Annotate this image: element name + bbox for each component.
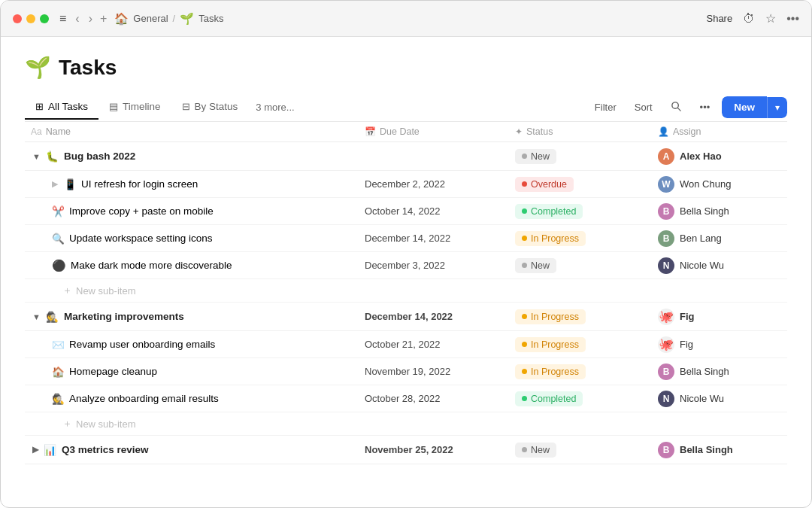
status-dot (522, 208, 527, 214)
status-icon: ✦ (515, 126, 523, 137)
group-label-bug-bash: Bug bash 2022 (64, 151, 135, 162)
task-table: Aa Name 📅 Due Date ✦ Status 👤 Assign ▼ 🐛… (25, 122, 787, 464)
new-tab-button[interactable]: + (100, 12, 107, 26)
row-due-dark-mode: December 3, 2022 (359, 260, 509, 271)
group-label-marketing: Marketing improvements (64, 311, 184, 322)
row-due-ui-refresh: December 2, 2022 (359, 178, 509, 190)
status-dot (522, 396, 527, 401)
star-icon[interactable]: ☆ (765, 11, 776, 26)
status-badge-marketing: In Progress (515, 309, 586, 324)
tab-timeline[interactable]: ▤ Timeline (98, 95, 171, 120)
group-label-q3-metrics: Q3 metrics review (62, 444, 149, 455)
share-button[interactable]: Share (706, 13, 732, 24)
assignee-name-won: Won Chung (680, 178, 731, 190)
fullscreen-button[interactable] (40, 14, 49, 23)
row-status-analyze-onboarding: Completed (509, 391, 652, 406)
status-badge-bug-bash: New (515, 149, 556, 164)
status-badge: In Progress (515, 337, 586, 352)
expand-icon[interactable]: ▶ (52, 179, 58, 189)
avatar-won: W (658, 176, 674, 193)
row-status-ui-refresh: Overdue (509, 177, 652, 192)
group-status-marketing: In Progress (509, 309, 652, 324)
page-title: Tasks (59, 56, 117, 80)
group-row-bug-bash[interactable]: ▼ 🐛 Bug bash 2022 New A Alex Hao (25, 142, 787, 171)
new-caret-button[interactable]: ▾ (767, 97, 787, 118)
new-sub-item-bug-bash[interactable]: ＋ New sub-item (25, 279, 787, 303)
row-name-analyze-onboarding: 🕵️ Analyze onboarding email results (25, 393, 359, 405)
page-content: 🌱 Tasks ⊞ All Tasks ▤ Timeline ⊟ By Stat… (1, 37, 811, 464)
tabs-actions: Filter Sort ••• New ▾ (589, 93, 787, 121)
table-row[interactable]: 🏠 Homepage cleanup November 19, 2022 In … (25, 358, 787, 385)
hamburger-icon[interactable]: ≡ (59, 12, 66, 26)
tab-all-tasks[interactable]: ⊞ All Tasks (25, 95, 98, 120)
breadcrumb: 🏠 General / 🌱 Tasks (114, 12, 223, 26)
group-icon-marketing: 🕵️ (46, 311, 59, 323)
page-icon: 🌱 (180, 12, 194, 26)
close-button[interactable] (13, 14, 22, 23)
table-row[interactable]: 🔍 Update workspace setting icons Decembe… (25, 225, 787, 252)
plus-icon: ＋ (62, 284, 72, 297)
tab-by-status[interactable]: ⊟ By Status (171, 95, 249, 120)
group-name-cell-q3-metrics: ▶ 📊 Q3 metrics review (25, 444, 359, 456)
grid-icon: ⊞ (35, 101, 44, 112)
row-icon: 🔍 (52, 233, 65, 245)
header-assign: 👤 Assign (652, 126, 787, 137)
new-main-button[interactable]: New (722, 96, 767, 118)
status-badge: Completed (515, 391, 583, 406)
group-row-marketing[interactable]: ▼ 🕵️ Marketing improvements December 14,… (25, 303, 787, 331)
timeline-icon: ▤ (109, 101, 118, 112)
chevron-right-icon[interactable]: ▶ (32, 445, 38, 455)
avatar-bella2: B (658, 364, 674, 380)
status-dot (522, 236, 527, 241)
calendar-icon: 📅 (365, 126, 376, 137)
avatar-alex: A (658, 148, 674, 165)
new-sub-item-marketing[interactable]: ＋ New sub-item (25, 412, 787, 436)
row-name-ui-refresh: ▶ 📱 UI refresh for login screen (25, 178, 359, 190)
minimize-button[interactable] (26, 14, 35, 23)
group-due-q3-metrics: November 25, 2022 (359, 444, 509, 455)
row-due-revamp-emails: October 21, 2022 (359, 339, 509, 350)
filter-button[interactable]: Filter (589, 99, 623, 116)
row-name-workspace-icons: 🔍 Update workspace setting icons (25, 233, 359, 245)
more-options-button[interactable]: ••• (694, 99, 717, 116)
assignee-name-nicole2: Nicole Wu (680, 393, 724, 404)
table-row[interactable]: ✂️ Improve copy + paste on mobile Octobe… (25, 198, 787, 225)
breadcrumb-workspace[interactable]: General (133, 13, 168, 24)
group-due-marketing: December 14, 2022 (359, 311, 509, 322)
assign-icon: 👤 (658, 126, 669, 137)
table-row[interactable]: ⚫ Make dark mode more discoverable Decem… (25, 252, 787, 279)
row-status-workspace-icons: In Progress (509, 231, 652, 246)
row-icon: ⚫ (52, 259, 66, 272)
avatar-nicole: N (658, 257, 674, 274)
table-row[interactable]: ▶ 📱 UI refresh for login screen December… (25, 171, 787, 198)
search-button[interactable] (665, 98, 688, 117)
name-icon: Aa (31, 126, 42, 137)
status-dot (522, 447, 527, 452)
breadcrumb-page[interactable]: Tasks (198, 13, 223, 24)
history-icon[interactable]: ⏱ (743, 12, 755, 26)
row-icon: 🏠 (52, 366, 65, 378)
more-tabs-button[interactable]: 3 more... (248, 96, 301, 119)
back-button[interactable]: ‹ (72, 11, 82, 27)
table-row[interactable]: 🕵️ Analyze onboarding email results Octo… (25, 385, 787, 412)
row-assign-workspace-icons: B Ben Lang (652, 230, 787, 247)
group-assign-q3-metrics: B Bella Singh (652, 442, 787, 458)
assignee-name-nicole: Nicole Wu (680, 260, 724, 271)
chevron-down-icon[interactable]: ▼ (32, 312, 41, 321)
table-row[interactable]: ✉️ Revamp user onboarding emails October… (25, 331, 787, 358)
more-options-icon[interactable]: ••• (786, 12, 799, 26)
row-due-analyze-onboarding: October 28, 2022 (359, 393, 509, 404)
sort-button[interactable]: Sort (629, 99, 659, 116)
tab-all-tasks-label: All Tasks (48, 101, 88, 112)
avatar-fig: 🐙 (658, 309, 674, 325)
status-badge: In Progress (515, 231, 586, 246)
row-due-workspace-icons: December 14, 2022 (359, 233, 509, 244)
forward-button[interactable]: › (86, 11, 95, 27)
row-status-homepage-cleanup: In Progress (509, 364, 652, 379)
row-icon: ✂️ (52, 205, 65, 217)
titlebar: ≡ ‹ › + 🏠 General / 🌱 Tasks Share ⏱ ☆ ••… (1, 1, 811, 37)
new-button-group: New ▾ (722, 96, 787, 118)
group-row-q3-metrics[interactable]: ▶ 📊 Q3 metrics review November 25, 2022 … (25, 436, 787, 464)
row-icon: ✉️ (52, 339, 65, 351)
chevron-down-icon[interactable]: ▼ (32, 152, 41, 161)
